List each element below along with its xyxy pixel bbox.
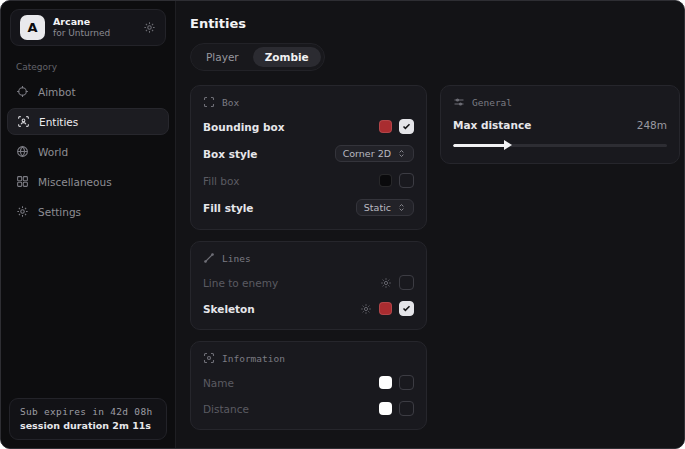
slider-thumb[interactable] <box>504 140 512 150</box>
chevron-up-down-icon <box>397 203 406 212</box>
setting-row-box-style: Box style Corner 2D <box>203 145 414 162</box>
chevron-up-down-icon <box>397 149 406 158</box>
card-title: Information <box>222 353 285 364</box>
page-title: Entities <box>190 16 680 31</box>
globe-icon <box>16 145 29 158</box>
sidebar-item-aimbot[interactable]: Aimbot <box>7 78 169 105</box>
line-icon <box>203 252 215 264</box>
checkbox-unchecked[interactable] <box>399 173 414 188</box>
setting-label: Fill style <box>203 202 253 214</box>
slider-track <box>453 144 667 147</box>
lines-card: Lines Line to enemy Skeleton <box>190 241 427 330</box>
app-window: A Arcane for Unturned Category Aimbot <box>0 0 685 449</box>
entities-scan-icon <box>17 115 30 128</box>
info-scan-icon <box>203 352 215 364</box>
app-logo: A <box>20 15 45 40</box>
select-value: Corner 2D <box>343 148 391 159</box>
setting-label: Fill box <box>203 175 239 187</box>
app-subtitle: for Unturned <box>53 28 110 39</box>
category-label: Category <box>16 62 175 72</box>
color-swatch-red[interactable] <box>379 302 392 315</box>
sidebar-item-label: World <box>38 146 68 158</box>
setting-row-distance: Distance <box>203 401 414 416</box>
app-title-block: Arcane for Unturned <box>53 16 110 39</box>
sidebar-item-label: Settings <box>38 206 81 218</box>
checkbox-checked[interactable] <box>399 301 414 316</box>
setting-row-fill-box: Fill box <box>203 173 414 188</box>
card-title: Box <box>222 97 239 108</box>
sidebar-item-world[interactable]: World <box>7 138 169 165</box>
setting-row-name: Name <box>203 375 414 390</box>
subscription-info: Sub expires in 42d 08h session duration … <box>9 398 167 440</box>
sidebar-item-label: Entities <box>39 116 78 128</box>
max-distance-slider[interactable] <box>453 140 667 150</box>
app-header: A Arcane for Unturned <box>10 9 166 46</box>
row-gear-icon[interactable] <box>360 303 372 315</box>
app-name: Arcane <box>53 16 110 28</box>
setting-label: Distance <box>203 403 249 415</box>
sliders-icon <box>453 96 465 108</box>
tab-player[interactable]: Player <box>194 47 251 67</box>
fill-style-select[interactable]: Static <box>356 199 414 216</box>
setting-row-max-distance: Max distance 248m <box>453 119 667 131</box>
color-swatch-red[interactable] <box>379 120 392 133</box>
sub-expiry-text: Sub expires in 42d 08h <box>20 406 156 417</box>
setting-label: Line to enemy <box>203 277 278 289</box>
tab-zombie[interactable]: Zombie <box>253 47 321 67</box>
box-corners-icon <box>203 96 215 108</box>
main-panel: Entities Player Zombie Box Bounding box <box>176 1 685 448</box>
sidebar-item-label: Miscellaneous <box>38 176 112 188</box>
setting-row-fill-style: Fill style Static <box>203 199 414 216</box>
select-value: Static <box>364 202 391 213</box>
setting-row-line-to-enemy: Line to enemy <box>203 275 414 290</box>
entity-tabs: Player Zombie <box>190 43 325 71</box>
settings-gear-icon <box>16 205 29 218</box>
box-style-select[interactable]: Corner 2D <box>335 145 414 162</box>
card-title: Lines <box>222 253 251 264</box>
checkbox-unchecked[interactable] <box>399 401 414 416</box>
setting-label: Name <box>203 377 234 389</box>
crosshair-icon <box>16 85 29 98</box>
setting-label: Skeleton <box>203 303 255 315</box>
sidebar-item-miscellaneous[interactable]: Miscellaneous <box>7 168 169 195</box>
gear-icon[interactable] <box>143 21 156 34</box>
setting-label: Max distance <box>453 119 531 131</box>
sidebar-item-settings[interactable]: Settings <box>7 198 169 225</box>
session-duration-text: session duration 2m 11s <box>20 420 156 431</box>
box-card: Box Bounding box Box style <box>190 85 427 230</box>
sidebar-item-label: Aimbot <box>38 86 76 98</box>
information-card: Information Name Distance <box>190 341 427 430</box>
setting-label: Box style <box>203 148 257 160</box>
checkbox-unchecked[interactable] <box>399 275 414 290</box>
color-swatch-white[interactable] <box>379 376 392 389</box>
max-distance-value: 248m <box>637 119 667 131</box>
row-gear-icon[interactable] <box>380 277 392 289</box>
grid-icon <box>16 175 29 188</box>
slider-fill <box>453 144 506 147</box>
card-title: General <box>472 97 512 108</box>
checkbox-unchecked[interactable] <box>399 375 414 390</box>
setting-label: Bounding box <box>203 121 284 133</box>
color-swatch-white[interactable] <box>379 402 392 415</box>
setting-row-skeleton: Skeleton <box>203 301 414 316</box>
sidebar-nav: Aimbot Entities World Miscellaneous <box>1 78 175 225</box>
sidebar-item-entities[interactable]: Entities <box>7 108 169 135</box>
color-swatch-black[interactable] <box>379 174 392 187</box>
checkbox-checked[interactable] <box>399 119 414 134</box>
setting-row-bounding-box: Bounding box <box>203 119 414 134</box>
general-card: General Max distance 248m <box>440 85 680 164</box>
sidebar: A Arcane for Unturned Category Aimbot <box>1 1 176 448</box>
